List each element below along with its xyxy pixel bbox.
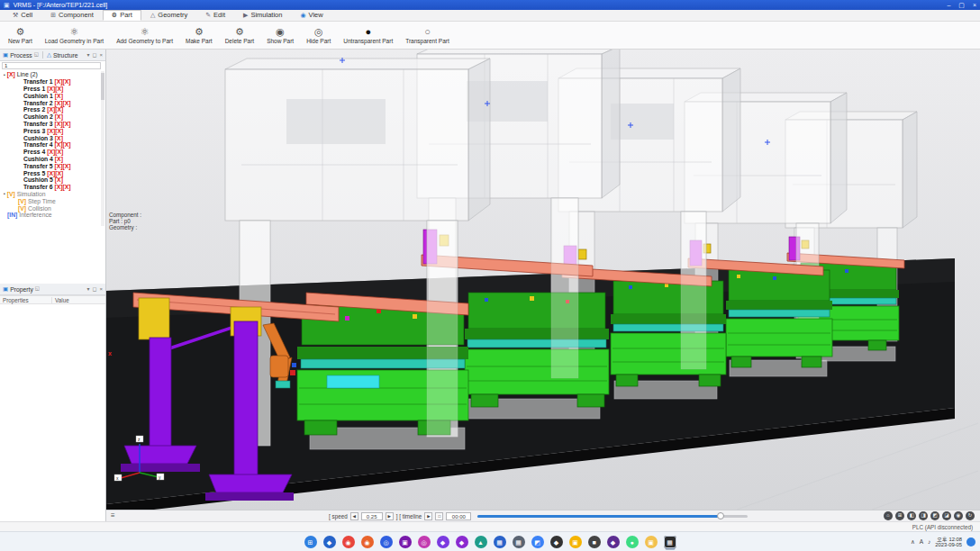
stop-button[interactable]: □ xyxy=(435,512,443,520)
tree-item[interactable]: Press 1 [X][X] xyxy=(0,86,102,93)
tree-item[interactable]: Transfer 6 [X][X] xyxy=(0,184,102,191)
detach-icon[interactable]: ◱ xyxy=(34,52,39,58)
time-value-field[interactable]: 00:00 xyxy=(446,512,471,520)
ime-icon[interactable]: A xyxy=(920,539,923,546)
taskbar-app-icon[interactable]: ▣ xyxy=(569,536,582,548)
taskbar-app-icon[interactable]: ⊞ xyxy=(304,536,317,548)
taskbar-app-icon[interactable]: ◎ xyxy=(380,536,393,548)
taskbar-app-icon[interactable]: ◆ xyxy=(456,536,468,548)
tree-scrollbar[interactable] xyxy=(101,71,104,226)
tree-item[interactable]: Press 5 [X][X] xyxy=(0,169,102,176)
taskbar-app-icon[interactable]: ▲ xyxy=(475,536,487,548)
taskbar-clock[interactable]: 오후 12:08 2023-09-05 xyxy=(935,537,962,548)
tree-item[interactable]: Transfer 5 [X][X] xyxy=(0,162,102,169)
taskbar-app-icon[interactable]: ▦ xyxy=(494,536,506,548)
panel-float-icon[interactable]: ◻ xyxy=(93,286,97,292)
toolbar-button[interactable]: ◎ Hide Part xyxy=(300,23,337,49)
tree-item[interactable]: Press 4 [X][X] xyxy=(0,149,102,156)
taskbar-app-icon[interactable]: ◉ xyxy=(361,536,374,548)
toolbar-button[interactable]: ⚛ Load Geometry in Part xyxy=(39,23,110,49)
expander-icon[interactable]: • xyxy=(4,191,5,196)
view-control-icon[interactable]: ⌂ xyxy=(884,511,893,520)
view-control-icon[interactable]: ◉ xyxy=(954,511,963,520)
taskbar-app-icon[interactable]: ◆ xyxy=(550,536,563,548)
tray-expand-icon[interactable]: ∧ xyxy=(911,539,915,546)
ribbon-tab[interactable]: ⚒ Cell xyxy=(4,10,41,21)
tree-root-line[interactable]: • [X] Line (2) xyxy=(0,71,102,78)
ribbon-tab[interactable]: △ Geometry xyxy=(141,10,196,21)
tab-structure[interactable]: Structure xyxy=(53,52,78,59)
tree-filter-input[interactable] xyxy=(2,62,101,69)
taskbar-app-icon[interactable]: ◆ xyxy=(437,536,449,548)
notification-badge[interactable] xyxy=(966,537,975,546)
panel-float-icon[interactable]: ◻ xyxy=(93,52,97,58)
panel-pin-icon[interactable]: ▾ xyxy=(86,286,89,292)
tree-item[interactable]: Transfer 2 [X][X] xyxy=(0,99,102,106)
minimize-button[interactable]: – xyxy=(947,2,950,8)
toolbar-button[interactable]: ⚙ Make Part xyxy=(179,23,219,49)
ribbon-tab[interactable]: ⚙ Part xyxy=(103,10,141,21)
tree-item[interactable]: Press 2 [X][X] xyxy=(0,106,102,113)
speed-increase-button[interactable]: ▶ xyxy=(386,512,394,520)
view-control-icon[interactable]: ◪ xyxy=(942,511,951,520)
play-button[interactable]: ▶ xyxy=(424,512,432,520)
panel-pin-icon[interactable]: ▾ xyxy=(86,52,89,58)
timeline-slider[interactable] xyxy=(477,515,748,518)
toolbar-button[interactable]: ⚛ Add Geometry to Part xyxy=(110,23,179,49)
maximize-button[interactable]: ▢ xyxy=(958,2,965,8)
viewport-3d[interactable]: z x y Component : Part : p0 Geometry : x xyxy=(106,50,980,510)
view-control-icon[interactable]: ↻ xyxy=(966,511,975,520)
view-control-icon[interactable]: ◩ xyxy=(930,511,939,520)
tree-item[interactable]: Transfer 1 [X][X] xyxy=(0,78,102,86)
tree-item-collision[interactable]: [V] Collision xyxy=(0,204,102,212)
slider-thumb[interactable] xyxy=(717,512,724,519)
taskbar-app-icon[interactable]: ◉ xyxy=(342,536,355,548)
toolbar-button[interactable]: ○ Transparent Part xyxy=(399,23,456,49)
volume-icon[interactable]: ♪ xyxy=(928,539,930,546)
tree-item[interactable]: Cushion 1 [X] xyxy=(0,92,102,99)
tab-process[interactable]: Process xyxy=(10,52,32,59)
tree-item[interactable]: Transfer 3 [X][X] xyxy=(0,121,102,128)
overlay-part: Part : p0 xyxy=(109,218,141,224)
taskbar-app-icon[interactable]: ▦ xyxy=(664,536,676,548)
tree-item[interactable]: Cushion 5 [X] xyxy=(0,176,102,184)
toolbar-button[interactable]: ⚙ Delete Part xyxy=(219,23,261,49)
tree-item[interactable]: Cushion 2 [X] xyxy=(0,113,102,121)
view-control-icon[interactable]: ◧ xyxy=(907,511,916,520)
view-control-icon[interactable]: ◨ xyxy=(919,511,928,520)
menu-icon[interactable]: ≡ xyxy=(111,511,115,520)
taskbar-app-icon[interactable]: ▣ xyxy=(399,536,412,548)
toolbar-button[interactable]: ● Untransparent Part xyxy=(337,23,399,49)
toolbar-button[interactable]: ⚙ New Part xyxy=(2,23,39,49)
tree-item[interactable]: Cushion 3 [X] xyxy=(0,134,102,141)
toolbar-button[interactable]: ◉ Show Part xyxy=(260,23,300,49)
tab-property[interactable]: Property xyxy=(10,286,33,293)
speed-value-field[interactable]: 0.25 xyxy=(361,512,383,520)
taskbar-app-icon[interactable]: ▦ xyxy=(513,536,525,548)
panel-close-icon[interactable]: × xyxy=(99,52,103,58)
3d-scene[interactable]: z x y xyxy=(106,50,980,510)
tree-item-simulation[interactable]: • [V] Simulation xyxy=(0,191,102,198)
taskbar-app-icon[interactable]: ◩ xyxy=(531,536,544,548)
ribbon-tab[interactable]: ✎ Edit xyxy=(196,10,234,21)
taskbar-app-icon[interactable]: ● xyxy=(626,536,639,548)
detach-icon[interactable]: ◱ xyxy=(35,286,40,292)
view-control-icon[interactable]: ⊞ xyxy=(895,511,904,520)
taskbar-app-icon[interactable]: ◎ xyxy=(418,536,431,548)
taskbar-app-icon[interactable]: ◆ xyxy=(607,536,620,548)
tree-item-interference[interactable]: [IN] Interference xyxy=(0,212,102,219)
ribbon-tab[interactable]: ⊞ Component xyxy=(41,10,103,21)
tree-item[interactable]: Press 3 [X][X] xyxy=(0,127,102,134)
panel-close-icon[interactable]: × xyxy=(99,286,103,292)
close-button[interactable]: × xyxy=(973,2,976,8)
taskbar-app-icon[interactable]: ◆ xyxy=(323,536,336,548)
taskbar-app-icon[interactable]: ▣ xyxy=(645,536,658,548)
speed-decrease-button[interactable]: ◀ xyxy=(350,512,358,520)
tree-item[interactable]: Transfer 4 [X][X] xyxy=(0,141,102,149)
tree-item-step-time[interactable]: [V] Step Time xyxy=(0,197,102,204)
ribbon-tab[interactable]: ◉ View xyxy=(291,10,331,21)
expander-icon[interactable]: • xyxy=(4,72,5,77)
ribbon-tab[interactable]: ▶ Simulation xyxy=(234,10,291,21)
tree-item[interactable]: Cushion 4 [X] xyxy=(0,156,102,163)
taskbar-app-icon[interactable]: ■ xyxy=(588,536,601,548)
